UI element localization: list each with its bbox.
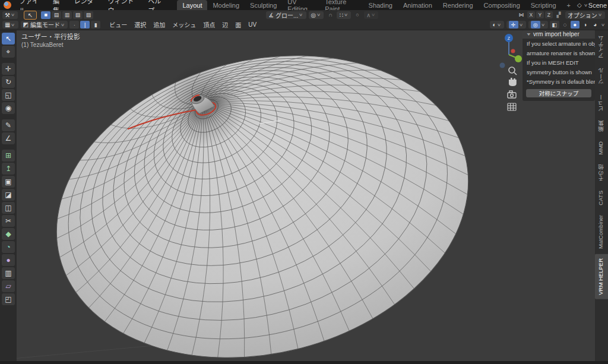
proportional-falloff-dropdown[interactable]: ∧ ∨ xyxy=(364,11,378,19)
workspace-tab-animation[interactable]: Animation xyxy=(398,0,438,10)
tab-matcombiner[interactable]: MatCombiner xyxy=(595,211,608,253)
tool-move-button[interactable]: ✛ xyxy=(2,63,15,75)
tool-inset-faces-button[interactable]: ▣ xyxy=(2,176,15,188)
tab-cats[interactable]: CATS xyxy=(595,186,608,210)
gizmo-axis-y[interactable] xyxy=(515,55,522,62)
tool-settings-editor-selector[interactable]: ⚒ ∨ xyxy=(2,11,18,19)
tool-add-cube-button[interactable]: ⊞ xyxy=(2,150,15,162)
workspace-tab-rendering[interactable]: Rendering xyxy=(438,0,479,10)
beret-surface[interactable] xyxy=(24,14,501,364)
workspace-tab-sculpting[interactable]: Sculpting xyxy=(245,0,282,10)
tool-rip-region-button[interactable]: ◰ xyxy=(2,293,15,305)
menu-mesh[interactable]: メッシュ xyxy=(169,20,200,30)
workspace-tab-compositing[interactable]: Compositing xyxy=(479,0,525,10)
workspace-tab-scripting[interactable]: Scripting xyxy=(525,0,562,10)
tab-view[interactable]: ビュー xyxy=(595,90,608,116)
pivot-point-dropdown[interactable]: ◎ ∨ xyxy=(309,11,324,19)
menu-face[interactable]: 面 xyxy=(232,20,245,30)
mirror-y-button[interactable]: Y xyxy=(536,11,544,18)
chevron-down-icon: ∨ xyxy=(11,12,15,17)
face-select-button[interactable]: ▮ xyxy=(91,21,100,29)
chevron-down-icon: ∨ xyxy=(371,12,375,17)
select-mode-extend-button[interactable]: ▤ xyxy=(52,11,61,19)
xray-toggle-button[interactable]: ◧ xyxy=(550,21,559,29)
active-tool-select-box-button[interactable]: ↖ xyxy=(24,11,37,20)
tool-shear-button[interactable]: ▱ xyxy=(2,280,15,292)
shading-solid-button[interactable]: ● xyxy=(571,21,580,29)
tool-measure-button[interactable]: ∠ xyxy=(2,132,15,144)
add-workspace-button[interactable]: + xyxy=(562,0,576,10)
menu-edge[interactable]: 辺 xyxy=(218,20,232,30)
snap-toggle-button[interactable]: ∩ xyxy=(325,11,335,19)
shading-material-button[interactable]: ◑ xyxy=(581,21,590,29)
menu-uv[interactable]: UV xyxy=(245,21,260,29)
transform-orientation-dropdown[interactable]: ∡ グロー... ∨ xyxy=(266,11,306,19)
shading-wireframe-button[interactable]: ◌ xyxy=(560,21,569,29)
select-mode-intersect-button[interactable]: ▨ xyxy=(84,11,93,19)
navigation-gizmo[interactable]: Z xyxy=(500,34,522,68)
tab-edit[interactable]: 編集 xyxy=(595,116,608,136)
mode-dropdown[interactable]: ◩ 編集モード ∨ xyxy=(21,21,68,29)
workspace-tab-uv-editing[interactable]: UV Editing xyxy=(282,0,319,10)
select-mode-invert-button[interactable]: ▧ xyxy=(73,11,83,19)
tool-knife-button[interactable]: ✂ xyxy=(2,215,15,227)
toolbar: ↖ ⌖ ✛ ↻ ◱ ◉ ✎ ∠ ⊞ ↥ ▣ ◪ ◫ ✂ ◆ ◔ ● ▥ ▱ ◰ xyxy=(0,30,17,364)
tool-extrude-region-button[interactable]: ↥ xyxy=(2,163,15,175)
gizmo-axis-neg[interactable] xyxy=(500,63,505,68)
tool-rotate-button[interactable]: ↻ xyxy=(2,76,15,88)
workspace-tab-layout[interactable]: Layout xyxy=(177,0,207,10)
workspace-tab-modeling[interactable]: Modeling xyxy=(207,0,245,10)
select-mode-subtract-button[interactable]: ▥ xyxy=(62,11,72,19)
vertex-select-button[interactable]: ∙ xyxy=(69,21,79,29)
svg-text:Z: Z xyxy=(508,36,511,40)
options-dropdown[interactable]: オプション ∨ xyxy=(565,11,605,19)
mirror-x-button[interactable]: X xyxy=(527,11,535,18)
viewport-3d[interactable]: Z xyxy=(0,0,608,364)
panel-header-vrm-import-helper[interactable]: ▼ vrm import helper xyxy=(522,30,595,39)
shading-dropdown[interactable]: ∨ xyxy=(601,23,605,27)
show-overlays-dropdown[interactable]: ◎ ∨ xyxy=(528,21,548,29)
tab-vrm-helper[interactable]: VRM HELPER xyxy=(595,254,608,299)
menu-select[interactable]: 選択 xyxy=(131,20,150,30)
blender-window: { "colors": { "accent_blue": "#4f76b8", … xyxy=(0,0,608,364)
camera-view-control[interactable] xyxy=(508,91,516,98)
tool-smooth-button[interactable]: ● xyxy=(2,254,15,266)
tool-spin-button[interactable]: ◔ xyxy=(2,241,15,253)
gizmo-axis-x[interactable] xyxy=(511,49,515,53)
menu-vertex[interactable]: 頂点 xyxy=(200,20,218,30)
tool-select-box-button[interactable]: ↖ xyxy=(2,33,15,45)
show-gizmo-dropdown[interactable]: ✛ ∨ xyxy=(506,21,526,29)
tool-loop-cut-button[interactable]: ◫ xyxy=(2,202,15,214)
mirror-z-button[interactable]: Z xyxy=(545,11,553,18)
tab-misc[interactable]: その他 xyxy=(595,160,608,186)
overlays-icon[interactable]: ◎ xyxy=(531,21,540,29)
tool-cursor-button[interactable]: ⌖ xyxy=(2,46,15,58)
workspace-tab-shading[interactable]: Shading xyxy=(363,0,398,10)
snap-to-symmetry-button[interactable]: 対称にスナップ xyxy=(526,89,591,97)
tool-poly-build-button[interactable]: ◆ xyxy=(2,228,15,240)
tool-annotate-button[interactable]: ✎ xyxy=(2,119,15,131)
tool-scale-button[interactable]: ◱ xyxy=(2,89,15,101)
menu-view[interactable]: ビュー xyxy=(106,20,131,30)
scene-selector[interactable]: ◇ ∨ Scene xyxy=(576,2,608,9)
tab-item[interactable]: アイテム xyxy=(595,31,608,62)
tool-transform-button[interactable]: ◉ xyxy=(2,102,15,114)
tab-mmd[interactable]: MMD xyxy=(595,137,608,159)
editor-type-selector[interactable]: ▦ ∨ xyxy=(2,21,18,29)
zoom-control[interactable] xyxy=(509,67,517,75)
select-mode-set-button[interactable]: ■ xyxy=(41,11,50,19)
proportional-editing-button[interactable]: ○ xyxy=(353,11,362,19)
tab-tool[interactable]: ツール xyxy=(595,64,608,89)
snap-settings-dropdown[interactable]: ∷ ∨ xyxy=(337,11,351,19)
tool-edge-slide-button[interactable]: ▥ xyxy=(2,267,15,279)
pan-hand-control[interactable] xyxy=(509,78,517,86)
menu-add[interactable]: 追加 xyxy=(150,20,169,30)
object-visibility-dropdown[interactable]: ◐ ∨ xyxy=(490,21,504,29)
shading-rendered-button[interactable]: ◕ xyxy=(591,21,600,29)
gizmo-icon[interactable]: ✛ xyxy=(509,21,518,29)
tool-bevel-button[interactable]: ◪ xyxy=(2,189,15,201)
edge-select-button[interactable]: | xyxy=(80,21,90,29)
workspace-tab-texture-paint[interactable]: Texture Paint xyxy=(319,0,363,10)
blender-logo-icon[interactable] xyxy=(4,1,11,9)
orthographic-grid-control[interactable] xyxy=(508,103,516,110)
